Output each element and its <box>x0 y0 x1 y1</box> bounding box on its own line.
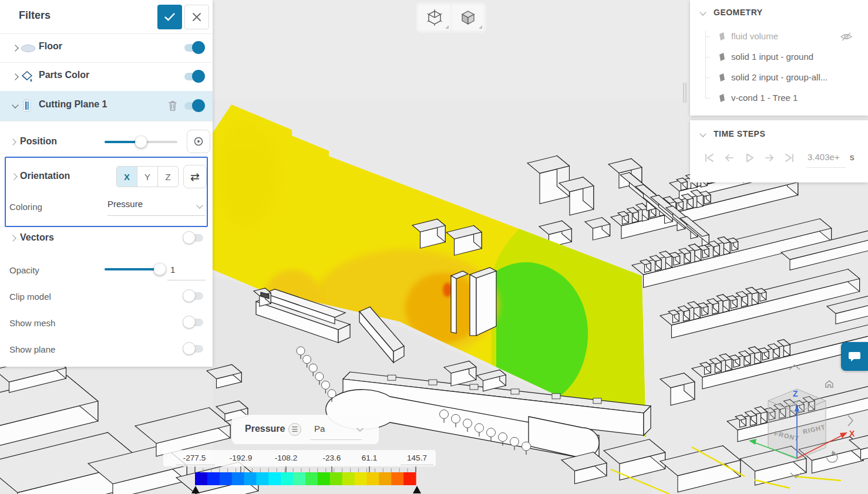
chevron-up-button[interactable] <box>788 361 801 371</box>
clip-model-toggle[interactable] <box>184 292 203 300</box>
solid-cube-icon <box>460 9 476 26</box>
solid-icon <box>718 32 726 41</box>
close-icon <box>193 13 201 21</box>
collapse-geometry-icon[interactable] <box>699 9 706 15</box>
solid-icon <box>718 73 726 82</box>
chat-button[interactable] <box>841 342 868 371</box>
chat-bubble-icon <box>848 351 861 363</box>
collapse-time-steps-icon[interactable] <box>699 130 706 137</box>
wireframe-view-button[interactable] <box>418 5 450 31</box>
legend-scale-labels: -277.5 -192.9 -108.2 -23.6 61.1 145.7 <box>163 450 436 466</box>
coloring-select-value[interactable]: Pressure <box>107 199 143 209</box>
filter-row-label: Parts Color <box>39 70 89 80</box>
home-view-button[interactable] <box>825 377 839 390</box>
solid-icon <box>718 93 726 103</box>
filters-title: Filters <box>19 9 51 22</box>
vectors-label: Vectors <box>20 232 54 243</box>
geometry-item[interactable]: fluid volume <box>731 31 778 41</box>
legend-options-button[interactable]: ☰ <box>288 423 301 436</box>
scale-min-input[interactable]: -277.5 <box>183 454 206 462</box>
opacity-value[interactable]: 1 <box>170 265 175 275</box>
scale-tick: -23.6 <box>323 454 341 462</box>
floor-toggle[interactable] <box>184 44 203 52</box>
geometry-item[interactable]: solid 1 input - ground <box>731 52 813 62</box>
paint-bucket-icon <box>20 70 34 83</box>
check-icon <box>164 13 175 21</box>
scale-tick: -192.9 <box>230 454 252 462</box>
legend-unit-select[interactable]: Pa <box>314 424 325 434</box>
target-icon <box>193 136 204 147</box>
view-cube[interactable] <box>763 384 852 463</box>
simulation-viewer-app: FRONTRIGHTTOPZX Filters Floor <box>0 0 868 494</box>
vectors-toggle[interactable] <box>184 234 203 242</box>
position-target-button[interactable] <box>187 130 210 153</box>
colorbar[interactable] <box>191 466 424 494</box>
expand-corner-icon <box>479 25 482 29</box>
filter-row-label: Cutting Plane 1 <box>39 99 107 110</box>
time-step-value-input[interactable]: 3.403e+ <box>808 152 846 162</box>
swap-arrows-icon: ⇄ <box>190 170 200 184</box>
chevron-down-button[interactable] <box>789 471 802 480</box>
filter-row-parts-color[interactable]: Parts Color <box>0 62 213 91</box>
skip-first-icon[interactable] <box>703 152 716 164</box>
solid-icon <box>718 52 726 62</box>
view-mode-toolbar <box>416 2 486 33</box>
coloring-label: Coloring <box>9 202 42 212</box>
filters-panel: Filters Floor Parts Color <box>0 0 213 367</box>
chevron-right-icon[interactable] <box>9 138 16 145</box>
time-step-unit: s <box>850 152 854 162</box>
axis-z-button[interactable]: Z <box>158 167 178 187</box>
cutting-plane-icon <box>21 99 33 113</box>
chevron-right-icon[interactable] <box>9 235 16 241</box>
geometry-panel: GEOMETRY fluid volume solid 1 input - gr… <box>690 0 868 116</box>
position-label: Position <box>20 136 57 147</box>
show-plane-toggle[interactable] <box>184 345 203 353</box>
axis-y-button[interactable]: Y <box>137 167 158 187</box>
previous-step-icon[interactable] <box>723 152 736 164</box>
solid-view-button[interactable] <box>452 5 484 31</box>
show-mesh-toggle[interactable] <box>184 319 203 326</box>
opacity-slider[interactable] <box>105 268 161 270</box>
scale-max-input[interactable]: 145.7 <box>407 454 427 462</box>
orientation-axis-segmented: X Y Z <box>116 166 179 187</box>
chevron-right-icon[interactable] <box>12 45 18 51</box>
geometry-header: GEOMETRY <box>714 8 763 17</box>
chevron-down-icon[interactable] <box>12 101 18 108</box>
rotate-view-button[interactable] <box>826 453 840 466</box>
floor-icon <box>21 45 35 52</box>
geometry-item[interactable]: solid 2 input - group-all... <box>731 72 827 82</box>
axis-x-button[interactable]: X <box>117 167 137 187</box>
close-filters-button[interactable] <box>184 5 209 29</box>
apply-filters-button[interactable] <box>157 5 182 29</box>
chevron-down-icon[interactable] <box>356 425 363 431</box>
filter-row-floor[interactable]: Floor <box>0 33 213 62</box>
show-plane-label: Show plane <box>9 344 55 354</box>
filter-row-cutting-plane-1[interactable]: Cutting Plane 1 <box>0 91 213 121</box>
chevron-right-button[interactable] <box>846 414 855 427</box>
position-slider[interactable] <box>105 141 177 143</box>
scale-tick: 61.1 <box>362 454 377 462</box>
filter-row-label: Floor <box>39 41 62 52</box>
flip-orientation-button[interactable]: ⇄ <box>183 165 207 188</box>
delete-icon[interactable] <box>167 100 178 111</box>
orientation-label: Orientation <box>20 171 70 181</box>
cutting-plane-toggle[interactable] <box>184 102 203 110</box>
legend-field-selector: Pressure ☰ Pa <box>232 415 379 444</box>
geometry-item[interactable]: v-cond 1 - Tree 1 <box>731 93 798 103</box>
opacity-label: Opacity <box>9 265 39 275</box>
legend-field-label: Pressure <box>245 424 285 434</box>
clip-model-label: Clip model <box>9 292 51 302</box>
chevron-right-icon[interactable] <box>12 73 18 80</box>
time-steps-header: TIME STEPS <box>714 129 765 138</box>
play-icon[interactable] <box>743 151 756 164</box>
time-steps-panel: TIME STEPS 3.403e+ s <box>690 120 868 182</box>
panel-resize-grip[interactable] <box>683 83 688 103</box>
expand-corner-icon <box>445 25 449 29</box>
show-mesh-label: Show mesh <box>9 318 55 328</box>
next-step-icon[interactable] <box>763 152 776 164</box>
wireframe-cube-icon <box>426 9 443 26</box>
scale-tick: -108.2 <box>275 454 297 462</box>
visibility-off-icon[interactable] <box>840 32 853 42</box>
parts-color-toggle[interactable] <box>184 73 203 80</box>
skip-last-icon[interactable] <box>783 152 796 164</box>
